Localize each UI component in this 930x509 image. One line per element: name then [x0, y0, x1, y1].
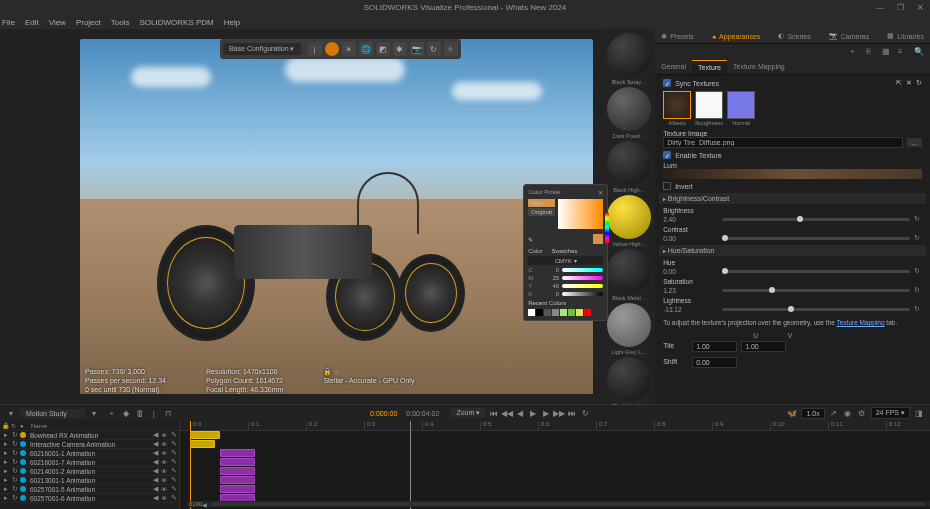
tab-cameras[interactable]: 📷 Cameras — [829, 32, 869, 40]
speed-box[interactable]: 1.0x — [801, 408, 824, 419]
vis-icon[interactable]: 👁 — [161, 486, 168, 493]
lightness-slider[interactable] — [722, 308, 910, 311]
swatches-tab[interactable]: Swatches — [551, 248, 577, 254]
loop-track-icon[interactable]: ↻ — [11, 467, 18, 475]
list-icon[interactable]: ≡ — [898, 47, 908, 57]
reset-icon[interactable]: ↻ — [914, 305, 922, 313]
reset-icon[interactable]: ↻ — [914, 267, 922, 275]
timeline-tracks-list[interactable]: 🔒 ↻ ● Name ▸↻Bowhead RX Animation◀👁✎▸↻In… — [0, 421, 180, 509]
texture-path-input[interactable] — [663, 137, 903, 148]
viewport[interactable]: Base Configuration ▾ | ☀ 🌐 ◩ ✱ 📷 ↻ ✧ Pas… — [0, 29, 603, 404]
close-icon[interactable]: ✕ — [598, 189, 603, 196]
color-picker-panel[interactable]: Color Picker ✕ New Original ✎ ColorSwatc… — [523, 184, 608, 321]
menu-project[interactable]: Project — [76, 18, 101, 27]
recent-swatch[interactable] — [536, 309, 543, 316]
key-track-icon[interactable]: ◀ — [152, 458, 159, 466]
minimize-button[interactable]: — — [870, 0, 890, 15]
color-tab[interactable]: Color — [528, 248, 542, 254]
close-button[interactable]: ✕ — [910, 0, 930, 15]
add-icon[interactable]: + — [107, 408, 117, 418]
vis-icon[interactable]: 👁 — [161, 432, 168, 439]
appearance-sphere[interactable] — [607, 249, 651, 293]
popout-icon[interactable]: ⇱ — [896, 79, 902, 87]
saturation-slider[interactable] — [722, 289, 910, 292]
loop-track-icon[interactable]: ↻ — [11, 458, 18, 466]
fan-icon[interactable]: ✱ — [393, 42, 407, 56]
magnet-icon[interactable]: ⊓ — [163, 408, 173, 418]
settings-icon[interactable]: ⚙ — [857, 408, 867, 418]
yellow-slider[interactable] — [562, 284, 603, 288]
scroll-left-icon[interactable]: ◀ — [202, 501, 207, 508]
reset-icon[interactable]: ↻ — [914, 215, 922, 223]
close-icon[interactable]: ✕ — [906, 79, 912, 87]
track-row[interactable]: ▸↻60213001-1 Animation◀👁✎ — [0, 476, 179, 485]
menu-solidworks-pdm[interactable]: SOLIDWORKS PDM — [139, 18, 213, 27]
texture-channel-roughness[interactable] — [695, 91, 723, 119]
tab-presets[interactable]: ◉ Presets — [661, 32, 694, 40]
vis-icon[interactable]: 👁 — [161, 441, 168, 448]
playhead[interactable] — [410, 421, 411, 509]
loop-icon[interactable]: ↻ — [580, 408, 590, 418]
edit-track-icon[interactable]: ✎ — [170, 458, 177, 466]
zoom-dropdown[interactable]: Zoom ▾ — [450, 408, 486, 418]
timeline-clip[interactable] — [220, 485, 255, 493]
loop-column-icon[interactable]: ↻ — [11, 422, 18, 429]
fps-box[interactable]: 24 FPS ▾ — [871, 407, 910, 419]
vis-icon[interactable]: 👁 — [161, 495, 168, 502]
brightness-contrast-header[interactable]: Brightness/Contrast — [659, 193, 926, 204]
timeline-clip[interactable] — [220, 467, 255, 475]
invert-checkbox[interactable] — [663, 182, 671, 190]
key-track-icon[interactable]: ◀ — [152, 476, 159, 484]
tile-u-input[interactable] — [692, 341, 737, 352]
wand-icon[interactable]: ✧ — [444, 42, 458, 56]
expand-icon[interactable]: ◨ — [914, 408, 924, 418]
loop-track-icon[interactable]: ↻ — [11, 449, 18, 457]
tab-libraries[interactable]: ▦ Libraries — [887, 32, 924, 40]
tile-v-input[interactable] — [741, 341, 786, 352]
appearance-sphere[interactable] — [607, 195, 651, 239]
play-icon[interactable]: ▶ — [528, 408, 538, 418]
camera-icon[interactable]: 📷 — [410, 42, 424, 56]
grid-icon[interactable]: ▦ — [882, 47, 892, 57]
appearance-library[interactable]: Black Spray…Dark Powd…Black High…Yellow … — [603, 29, 655, 404]
key-track-icon[interactable]: ◀ — [152, 449, 159, 457]
eyedropper-icon[interactable]: ✎ — [528, 236, 533, 243]
loop-track-icon[interactable]: ↻ — [11, 494, 18, 502]
vis-icon[interactable]: 👁 — [161, 450, 168, 457]
timeline-canvas[interactable]: 0:00:10:20:30:40:50:60:70:80:90:100:110:… — [180, 421, 930, 509]
render-icon[interactable]: 🦋 — [787, 408, 797, 418]
sun-icon[interactable]: ☀ — [342, 42, 356, 56]
color-new[interactable]: New — [528, 199, 555, 207]
menu-edit[interactable]: Edit — [25, 18, 39, 27]
color-field[interactable] — [558, 199, 603, 229]
shift-u-input[interactable] — [692, 357, 737, 368]
lock-column-icon[interactable]: 🔒 — [2, 422, 9, 429]
expand-icon[interactable]: ▸ — [2, 440, 9, 448]
collapse-icon[interactable]: ▾ — [6, 408, 16, 418]
search-icon[interactable]: 🔍 — [914, 47, 924, 57]
expand-icon[interactable]: ▸ — [2, 485, 9, 493]
track-row[interactable]: ▸↻60257001-6 Animation◀👁✎ — [0, 494, 179, 503]
add-icon[interactable]: + — [850, 47, 860, 57]
next-key-icon[interactable]: ▶ — [541, 408, 551, 418]
recent-swatch[interactable] — [568, 309, 575, 316]
timeline-clip[interactable] — [190, 431, 220, 439]
key-track-icon[interactable]: ◀ — [152, 485, 159, 493]
prev-key-icon[interactable]: ◀ — [515, 408, 525, 418]
tab-scenes[interactable]: ◐ Scenes — [778, 32, 810, 40]
luminance-strip[interactable] — [663, 169, 922, 179]
edit-track-icon[interactable]: ✎ — [170, 440, 177, 448]
subtab-texture[interactable]: Texture — [692, 60, 727, 74]
expand-icon[interactable]: ▸ — [2, 458, 9, 466]
timeline-ruler[interactable]: 0:00:10:20:30:40:50:60:70:80:90:100:110:… — [180, 421, 930, 431]
expand-icon[interactable]: ▸ — [2, 467, 9, 475]
hue-slider[interactable] — [605, 213, 609, 243]
loop-track-icon[interactable]: ↻ — [11, 440, 18, 448]
recent-swatch[interactable] — [576, 309, 583, 316]
track-row[interactable]: ▸↻60216001-7 Animation◀👁✎ — [0, 458, 179, 467]
appearance-sphere[interactable] — [607, 303, 651, 347]
loop-track-icon[interactable]: ↻ — [11, 476, 18, 484]
timeline-clip[interactable] — [220, 476, 255, 484]
recent-swatch[interactable] — [552, 309, 559, 316]
scrollbar-track[interactable] — [211, 502, 926, 506]
